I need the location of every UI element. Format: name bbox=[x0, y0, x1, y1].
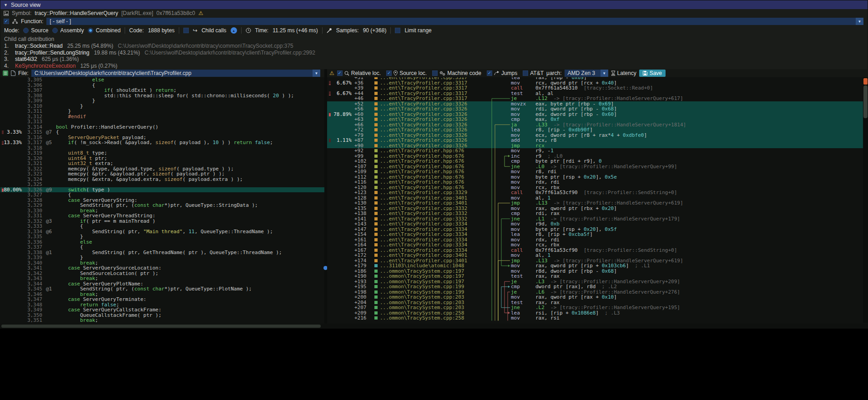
function-combo[interactable]: [ - self - ] ▼ bbox=[46, 18, 863, 25]
asm-row[interactable]: +141...ent\TracyProfiler.cpp:3332jne.L1 … bbox=[327, 216, 868, 222]
source-line[interactable]: 3,320 uint64_t ptr; bbox=[0, 156, 324, 161]
assembly-scrollbar[interactable] bbox=[863, 77, 868, 323]
source-line[interactable]: 3,328 case ServerQueryString: bbox=[0, 198, 324, 203]
asm-row[interactable]: +167...ent\TracyProfiler.cpp:3334call0x7… bbox=[327, 248, 868, 253]
asm-row[interactable]: 1.11%+87...ent\TracyProfiler.cpp:3326add… bbox=[327, 138, 868, 143]
source-line[interactable]: 3.33%3,315@7{ bbox=[0, 130, 324, 135]
asm-row[interactable]: +128...ent\TracyProfiler.cpp:3401moval, … bbox=[327, 195, 868, 201]
asm-row[interactable]: +138...ent\TracyProfiler.cpp:3332cmprdi,… bbox=[327, 211, 868, 216]
toggle-source-loc-[interactable]: ✓Source loc. bbox=[386, 70, 427, 76]
source-line[interactable]: 3,322 memcpy( &type, &payload.type, size… bbox=[0, 166, 324, 172]
source-line[interactable]: 3,351 break; bbox=[0, 318, 324, 323]
asm-row[interactable]: +154...ent\TracyProfiler.cpp:3334lear8, … bbox=[327, 232, 868, 237]
mode-radio-source[interactable]: Source bbox=[23, 27, 48, 34]
child-call-item[interactable]: 3.stat64i32625 μs (1.36%) bbox=[0, 56, 868, 63]
scrollbar-thumb[interactable] bbox=[863, 85, 868, 118]
toggle-machine-code[interactable]: Machine code bbox=[432, 70, 481, 76]
limit-range-checkbox[interactable] bbox=[395, 28, 400, 33]
mode-radio-combined[interactable]: Combined bbox=[88, 27, 121, 34]
asm-row[interactable]: +143...ent\TracyProfiler.cpp:3334movr9d,… bbox=[327, 221, 868, 227]
source-line[interactable]: 3,324 memcpy( &extra, &payload.extra, si… bbox=[0, 177, 324, 182]
source-line[interactable]: 3,312 #endif bbox=[0, 114, 324, 120]
source-line[interactable]: 3,332@3 if( ptr == m_mainThread ) bbox=[0, 219, 324, 224]
child-call-item[interactable]: 2.tracy::Profiler::SendLongString19.88 m… bbox=[0, 50, 868, 56]
asm-row[interactable]: 6.67%+44...ent\TracyProfiler.cpp:3317tes… bbox=[327, 91, 868, 96]
asm-row[interactable]: +161...ent\TracyProfiler.cpp:3334movrdx,… bbox=[327, 237, 868, 243]
source-line[interactable]: 3,346 break; bbox=[0, 292, 324, 297]
source-line[interactable]: 3,349 case ServerQueryCallstackFrame: bbox=[0, 307, 324, 313]
asm-row[interactable]: +174...ent\TracyProfiler.cpp:3401jmp.L13… bbox=[327, 258, 868, 264]
child-call-item[interactable]: 1.tracy::Socket::Read25.25 ms (54.89%)C:… bbox=[0, 43, 868, 50]
source-line[interactable]: 3,334@6 SendString( ptr, "Main thread", … bbox=[0, 229, 324, 235]
horizontal-scrollbar-thumb[interactable] bbox=[1, 325, 321, 328]
source-line[interactable]: 3,331 case ServerQueryThreadString: bbox=[0, 213, 324, 219]
source-line[interactable]: 3,330 break; bbox=[0, 208, 324, 214]
source-line[interactable]: 3,341 case ServerQuerySourceLocation: bbox=[0, 265, 324, 271]
source-line[interactable]: 3,305 else bbox=[0, 77, 324, 83]
asm-row[interactable]: +193...ommon\TracySystem.cpp:197je.L3 ->… bbox=[327, 279, 868, 285]
source-line[interactable]: 3,342 SendSourceLocation( ptr ); bbox=[0, 271, 324, 276]
asm-row[interactable]: +52...ent\TracyProfiler.cpp:3326movzxeax… bbox=[327, 101, 868, 107]
asm-row[interactable]: +186...ommon\TracySystem.cpp:197movr8d, … bbox=[327, 269, 868, 274]
source-line[interactable]: 13.33%3,317@5 if( !m_sock->Read( &payloa… bbox=[0, 140, 324, 145]
source-line[interactable]: 3,348 return false; bbox=[0, 302, 324, 308]
source-line[interactable]: 3,306 { bbox=[0, 83, 324, 88]
source-line[interactable]: 3,339 } bbox=[0, 255, 324, 260]
source-line[interactable]: 80.00%3,326@9 switch( type ) bbox=[0, 187, 324, 193]
asm-row[interactable]: +130...ent\TracyProfiler.cpp:3401jmp.L13… bbox=[327, 200, 868, 206]
asm-row[interactable]: +109...ent\TracyProfiler.hpp:676movr8, r… bbox=[327, 169, 868, 175]
asm-row[interactable]: +190...ommon\TracySystem.cpp:197testrax,… bbox=[327, 274, 868, 279]
source-line[interactable]: 3,310 } bbox=[0, 104, 324, 109]
file-combo[interactable]: C:\Users\wolf\Desktop\darkrl\contrib\tra… bbox=[31, 70, 320, 77]
source-line[interactable]: 3,329 SendString( ptr, (const char*)ptr,… bbox=[0, 203, 324, 208]
asm-row[interactable]: +204...ommon\TracySystem.cpp:203testrax,… bbox=[327, 300, 868, 305]
asm-row[interactable]: +172...ent\TracyProfiler.cpp:3401moval, … bbox=[327, 253, 868, 258]
asm-row[interactable]: +164...ent\TracyProfiler.cpp:3334movrcx,… bbox=[327, 242, 868, 248]
horizontal-scrollbar[interactable] bbox=[0, 324, 868, 329]
source-line[interactable]: 3,336 else bbox=[0, 240, 324, 245]
asm-row[interactable]: +207...ommon\TracySystem.cpp:203jne.L2 -… bbox=[327, 305, 868, 310]
source-line[interactable]: 3,343 break; bbox=[0, 276, 324, 281]
asm-row[interactable]: +179...31103\include\atomic:1048movrax, … bbox=[327, 263, 868, 269]
child-call-item[interactable]: 4.KeSynchronizeExecution125 μs (0.27%) bbox=[0, 63, 868, 70]
source-line[interactable]: 3,313 bbox=[0, 119, 324, 125]
asm-row[interactable]: +90...ent\TracyProfiler.cpp:3326jmprcx bbox=[327, 143, 868, 149]
asm-row[interactable]: +102...ent\TracyProfiler.hpp:676cmpbyte … bbox=[327, 159, 868, 164]
asm-row[interactable]: +147...ent\TracyProfiler.cpp:3334movbyte… bbox=[327, 227, 868, 232]
child-calls-checkbox[interactable] bbox=[183, 28, 189, 33]
asm-row[interactable]: +63...ent\TracyProfiler.cpp:3326cmpeax, … bbox=[327, 117, 868, 122]
source-line[interactable]: 3,318 bbox=[0, 145, 324, 151]
asm-row[interactable]: +135...ent\TracyProfiler.cpp:3332movrax,… bbox=[327, 206, 868, 211]
toggle-jumps[interactable]: ✓Jumps bbox=[487, 70, 517, 76]
source-line[interactable]: 3,340 break; bbox=[0, 260, 324, 266]
source-line[interactable]: 3,321 uint32_t extra; bbox=[0, 161, 324, 166]
asm-row[interactable]: +107...ent\TracyProfiler.hpp:676jne.L0 -… bbox=[327, 164, 868, 170]
asm-row[interactable]: +39...ent\TracyProfiler.cpp:3317call0x7f… bbox=[327, 85, 868, 91]
asm-row[interactable]: +209...ommon\TracySystem.cpp:258learsi, … bbox=[327, 310, 868, 316]
source-line[interactable]: 3,311 } bbox=[0, 109, 324, 114]
asm-row[interactable]: +216...ommon\TracySystem.cpp:258movrax, … bbox=[327, 315, 868, 321]
asm-row[interactable]: +112...ent\TracyProfiler.hpp:676movbyte … bbox=[327, 175, 868, 180]
toggle-relative-loc-[interactable]: ✓Relative loc. bbox=[337, 70, 381, 76]
asm-row[interactable]: 78.89%+60...ent\TracyProfiler.cpp:3326mo… bbox=[327, 112, 868, 117]
asm-row[interactable]: +66...ent\TracyProfiler.cpp:3326ja.L33 -… bbox=[327, 122, 868, 128]
asm-row[interactable]: +92...ent\TracyProfiler.hpp:676movr9, -1 bbox=[327, 148, 868, 154]
source-line[interactable]: 3,319 uint8_t type; bbox=[0, 150, 324, 156]
asm-row[interactable]: +195...ommon\TracySystem.cpp:199cmpdword… bbox=[327, 284, 868, 290]
source-line[interactable]: 3,333 { bbox=[0, 224, 324, 229]
source-line[interactable]: 3,347 case ServerQueryTerminate: bbox=[0, 297, 324, 302]
source-line[interactable]: 3,307 if( shouldExit ) return; bbox=[0, 88, 324, 93]
source-line[interactable]: 3,350 QueueCallstackFrame( ptr ); bbox=[0, 313, 324, 318]
source-line[interactable]: 3,337 { bbox=[0, 245, 324, 250]
asm-row[interactable]: +72...ent\TracyProfiler.cpp:3326lear8, [… bbox=[327, 127, 868, 133]
source-line[interactable]: 3,335 } bbox=[0, 234, 324, 240]
source-line[interactable]: 3,308 std::this_thread::sleep_for( std::… bbox=[0, 93, 324, 99]
asm-row[interactable]: +79...ent\TracyProfiler.cpp:3326movecx, … bbox=[327, 133, 868, 138]
uarch-combo[interactable]: AMD Zen 3 ▼ bbox=[565, 70, 608, 77]
mode-radio-assembly[interactable]: Assembly bbox=[52, 27, 84, 34]
asm-row[interactable]: +56...ent\TracyProfiler.cpp:3326movrdi, … bbox=[327, 106, 868, 112]
asm-row[interactable]: 6.67%+36...ent\TracyProfiler.cpp:3317mov… bbox=[327, 80, 868, 86]
asm-row[interactable]: +200...ommon\TracySystem.cpp:203movrax, … bbox=[327, 295, 868, 300]
source-line[interactable]: 3,309 } bbox=[0, 98, 324, 104]
source-line[interactable]: 3,323 memcpy( &ptr, &payload.ptr, sizeof… bbox=[0, 171, 324, 177]
